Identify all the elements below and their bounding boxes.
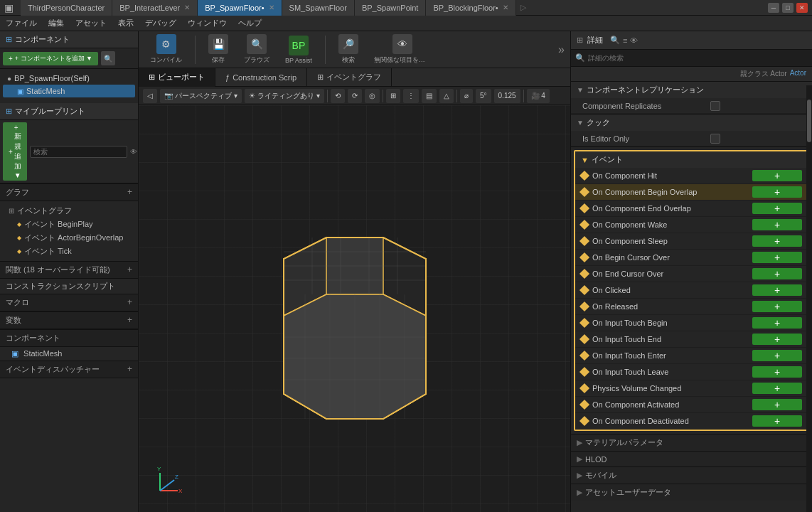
more-tabs-btn[interactable]: ▷ [516, 3, 530, 12]
rotate-btn[interactable]: ⟲ [331, 89, 345, 103]
snap-btn[interactable]: ⋮ [403, 89, 419, 103]
variables-plus-icon[interactable]: + [127, 315, 132, 325]
event-section-header[interactable]: ▼ イベント [575, 151, 808, 168]
menu-file[interactable]: ファイル [6, 18, 37, 28]
snap-size-btn[interactable]: ⌀ [460, 89, 473, 103]
grid-btn[interactable]: ⊞ [386, 89, 400, 103]
compile-button[interactable]: ⚙ コンパイル [144, 33, 188, 66]
perspective-button[interactable]: 📷 パースペクティブ ▾ [160, 89, 242, 103]
material-params-section[interactable]: ▶ マテリアルパラメータ [571, 434, 812, 451]
event-touch-enter-add-btn[interactable]: + [752, 350, 802, 361]
tab-thirdperson[interactable]: ThirdPersonCharacter [21, 0, 112, 16]
maximize-btn[interactable]: □ [782, 3, 794, 13]
save-button[interactable]: 💾 保存 [203, 33, 234, 66]
menu-help[interactable]: ヘルプ [238, 18, 262, 28]
construction-script-item[interactable]: コンストラクションスクリプト [0, 279, 138, 294]
event-deactivated-add-btn[interactable]: + [752, 415, 802, 427]
prev-btn[interactable]: ◁ [143, 89, 157, 103]
scrollbar-thumb[interactable] [807, 100, 811, 142]
details-list-btn[interactable]: ≡ [623, 36, 627, 45]
tab-spawnpoint[interactable]: BP_SpawnPoint [355, 0, 427, 16]
event-physics-add-btn[interactable]: + [752, 383, 802, 394]
editor-only-checkbox[interactable] [710, 134, 720, 144]
details-eye-btn[interactable]: 👁 [630, 36, 638, 45]
menu-edit[interactable]: 編集 [48, 18, 64, 28]
close-icon[interactable]: ✕ [503, 4, 508, 11]
angle-btn[interactable]: 5° [476, 89, 491, 103]
event-clicked-add-btn[interactable]: + [752, 284, 802, 296]
tab-viewport[interactable]: ⊞ ビューポート [139, 68, 215, 87]
rotate2-btn[interactable]: ⟳ [348, 89, 362, 103]
event-touch-leave-add-btn[interactable]: + [752, 366, 802, 378]
tab-blockingfloor[interactable]: BP_BlockingFloor•✕ [426, 0, 515, 16]
component-replicates-checkbox[interactable] [710, 101, 720, 111]
graph-plus-icon[interactable]: + [127, 187, 132, 197]
close-icon[interactable]: ✕ [269, 4, 274, 11]
comp-staticmesh[interactable]: ▣ StaticMesh [3, 85, 135, 97]
search-button[interactable]: 🔎 検索 [333, 33, 364, 66]
beginoverlap-item[interactable]: ◆ イベント ActorBeginOverlap [3, 231, 135, 245]
tab-smspawnfloor[interactable]: SM_SpawnFloor [282, 0, 355, 16]
eventdispatcher-header[interactable]: イベントディスパッチャー + [0, 361, 138, 378]
beginplay-item[interactable]: ◆ イベント BeginPlay [3, 218, 135, 231]
bp-search-input[interactable] [30, 146, 127, 158]
staticmesh-variable-item[interactable]: ▣ StaticMesh [0, 347, 138, 361]
variables-header[interactable]: 変数 + [0, 311, 138, 329]
browse-button[interactable]: 🔍 ブラウズ [238, 33, 275, 66]
tab-eventgraph[interactable]: ⊞ イベントグラフ [307, 68, 392, 87]
orbit-btn[interactable]: ◎ [365, 89, 380, 103]
eventdispatcher-plus-icon[interactable]: + [127, 364, 132, 374]
close-btn[interactable]: ✕ [796, 3, 808, 13]
warn-btn[interactable]: △ [439, 89, 454, 103]
menu-window[interactable]: ウィンドウ [188, 18, 227, 28]
menu-view[interactable]: 表示 [118, 18, 134, 28]
tick-item[interactable]: ◆ イベント Tick [3, 245, 135, 258]
tab-interactlever[interactable]: BP_InteractLever✕ [112, 0, 198, 16]
asset-user-data-section[interactable]: ▶ アセットユーザーデータ [571, 484, 812, 501]
cook-header[interactable]: ▼ クック [571, 114, 812, 131]
bpassist-button[interactable]: BP BP Assist [279, 34, 318, 65]
functions-header[interactable]: 関数 (18 オーバーライド可能) + [0, 261, 138, 279]
functions-plus-icon[interactable]: + [127, 265, 132, 274]
add-component-button[interactable]: + + コンポーネントを追加 ▼ [3, 52, 98, 65]
eventgraph-item[interactable]: ⊞ イベントグラフ [3, 204, 135, 218]
macros-header[interactable]: マクロ + [0, 294, 138, 311]
event-end-cursor-add-btn[interactable]: + [752, 268, 802, 279]
components-section-header[interactable]: コンポーネント [0, 329, 138, 347]
scale-btn[interactable]: 0.125 [494, 89, 520, 103]
event-end-cursor: On End Cursor Over + [575, 266, 808, 282]
new-add-button[interactable]: + + 新規追加 ▼ [3, 122, 27, 181]
menu-debug[interactable]: デバッグ [145, 18, 176, 28]
minimize-btn[interactable]: ─ [768, 3, 779, 13]
close-icon[interactable]: ✕ [184, 4, 190, 11]
macros-plus-icon[interactable]: + [127, 297, 132, 307]
replication-header[interactable]: ▼ コンポーネントレプリケーション [571, 82, 812, 98]
eye-icon[interactable]: 👁 [130, 148, 137, 156]
event-begin-cursor-add-btn[interactable]: + [752, 252, 802, 263]
event-sleep-add-btn[interactable]: + [752, 235, 802, 247]
details-search-input[interactable] [588, 54, 808, 62]
parent-class-link[interactable]: Actor [790, 69, 806, 79]
lighting-button[interactable]: ☀ ライティングあり ▾ [245, 89, 324, 103]
3d-viewport[interactable]: X Y Z [139, 105, 570, 512]
event-end-overlap-add-btn[interactable]: + [752, 203, 802, 214]
event-wake-add-btn[interactable]: + [752, 219, 802, 230]
event-begin-overlap-add-btn[interactable]: + [752, 186, 802, 198]
mobile-section[interactable]: ▶ モバイル [571, 466, 812, 484]
search-component-btn[interactable]: 🔍 [101, 51, 115, 65]
details-search-btn[interactable]: 🔍 [610, 36, 620, 45]
toolbar-expand-btn[interactable]: » [558, 43, 565, 56]
event-released-add-btn[interactable]: + [752, 301, 802, 312]
menu-asset[interactable]: アセット [75, 18, 107, 28]
camera-speed-btn[interactable]: 🎥 4 [527, 89, 550, 103]
event-touch-end-add-btn[interactable]: + [752, 334, 802, 345]
graph-section-header[interactable]: グラフ + [0, 183, 138, 201]
hlod-section[interactable]: ▶ HLOD [571, 451, 812, 466]
tab-construction[interactable]: ƒ Construction Scrip [215, 68, 307, 87]
tab-spawnfloor[interactable]: BP_SpawnFloor•✕ [198, 0, 282, 16]
event-touch-begin-add-btn[interactable]: + [752, 317, 802, 329]
floor-btn[interactable]: ▤ [422, 89, 437, 103]
event-hit-add-btn[interactable]: + [752, 170, 802, 181]
event-activated-add-btn[interactable]: + [752, 399, 802, 410]
hide-unrelated-button[interactable]: 👁 無関係な項目を非表示にする [368, 33, 437, 66]
